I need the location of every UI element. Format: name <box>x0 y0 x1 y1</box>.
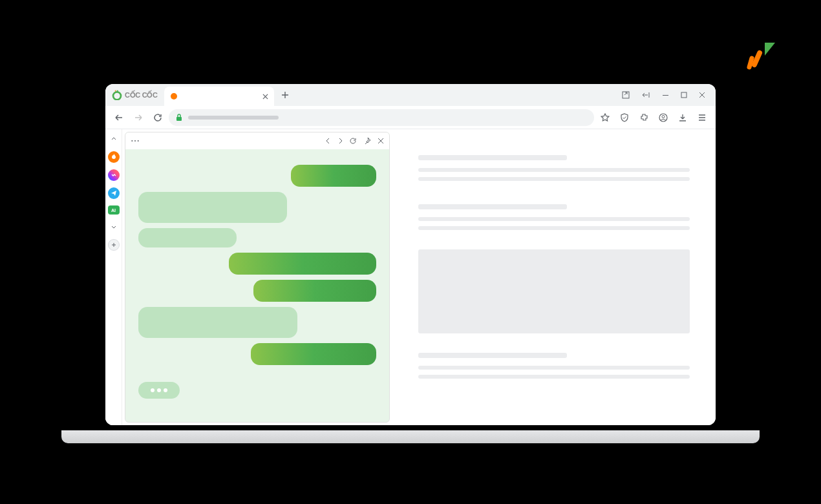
messenger-icon <box>111 172 117 178</box>
sidebar-item-messenger[interactable] <box>108 169 120 181</box>
window-close-button[interactable] <box>699 91 705 99</box>
chat-bubble-received <box>138 192 287 223</box>
open-external-button[interactable] <box>622 91 630 99</box>
chat-bubble-sent <box>291 165 376 187</box>
window-controls <box>622 91 712 99</box>
address-bar[interactable] <box>169 109 594 126</box>
nav-forward-button[interactable] <box>130 109 147 126</box>
downloads-icon <box>678 113 687 122</box>
content-placeholder <box>418 155 567 160</box>
coccoc-logo-icon <box>112 90 122 100</box>
sidebar-rail: AI <box>105 129 122 425</box>
content-image-placeholder <box>418 249 690 333</box>
profile-icon <box>659 113 668 122</box>
back-icon <box>114 113 123 122</box>
laptop-base <box>61 430 760 443</box>
svg-point-0 <box>113 92 121 100</box>
main-menu-button[interactable] <box>694 109 710 126</box>
tab-title-placeholder <box>182 96 257 98</box>
panel-nav-forward-button[interactable] <box>337 138 343 144</box>
content-placeholder <box>418 353 567 358</box>
external-window-icon <box>622 91 630 99</box>
side-panel: ⋯ <box>125 132 390 423</box>
maximize-button[interactable] <box>681 91 687 99</box>
content-placeholder <box>418 366 690 370</box>
downloads-button[interactable] <box>674 109 691 126</box>
content-placeholder <box>418 226 690 230</box>
browser-logo: CỐC CỐC <box>109 90 160 100</box>
decorative-spark <box>740 39 779 71</box>
new-tab-button[interactable] <box>278 88 292 102</box>
forward-icon <box>134 113 143 122</box>
star-icon <box>601 113 610 122</box>
close-icon <box>699 92 705 98</box>
nav-back-button[interactable] <box>111 109 127 126</box>
svg-point-5 <box>662 115 665 118</box>
chevron-up-icon <box>111 136 116 142</box>
chat-bubble-received <box>138 228 237 247</box>
reload-icon <box>153 113 162 122</box>
telegram-icon <box>111 190 117 196</box>
svg-rect-2 <box>681 92 687 98</box>
close-icon <box>378 138 384 144</box>
chevron-down-icon <box>111 224 116 229</box>
content-placeholder <box>418 204 567 209</box>
browser-tab-active[interactable] <box>164 87 274 106</box>
laptop-frame: CỐC CỐC <box>100 79 721 443</box>
browser-toolbar <box>105 106 716 129</box>
webpage-content <box>392 129 716 425</box>
sidebar-item-hot[interactable] <box>108 151 120 163</box>
panel-close-button[interactable] <box>378 138 384 144</box>
chat-thread <box>125 149 389 422</box>
restore-icon <box>641 92 650 98</box>
content-area: AI ⋯ <box>105 129 716 425</box>
shield-button[interactable] <box>616 109 633 126</box>
sidebar-collapse-button[interactable] <box>108 133 120 145</box>
browser-window: CỐC CỐC <box>105 84 716 425</box>
chat-bubble-received <box>138 307 297 338</box>
shield-icon <box>620 113 629 122</box>
chat-bubble-sent <box>229 253 376 275</box>
nav-reload-button[interactable] <box>149 109 166 126</box>
fire-icon <box>111 154 117 160</box>
sidebar-item-telegram[interactable] <box>108 187 120 199</box>
url-placeholder <box>188 116 279 120</box>
bookmark-button[interactable] <box>597 109 613 126</box>
chat-bubble-sent <box>253 280 376 302</box>
tab-close-button[interactable] <box>262 93 269 100</box>
reload-icon <box>349 137 357 145</box>
sidebar-expand-button[interactable] <box>108 221 120 233</box>
sidebar-add-button[interactable] <box>108 239 120 251</box>
ai-icon-label: AI <box>111 208 116 213</box>
panel-nav-back-button[interactable] <box>326 138 331 144</box>
restore-button[interactable] <box>641 91 650 99</box>
tab-favicon <box>171 93 177 100</box>
content-placeholder <box>418 375 690 379</box>
browser-logo-text: CỐC CỐC <box>125 91 158 100</box>
maximize-icon <box>681 92 687 98</box>
content-placeholder <box>418 168 690 172</box>
profile-button[interactable] <box>655 109 672 126</box>
chat-bubble-sent <box>251 343 376 365</box>
extensions-icon <box>639 113 648 122</box>
plus-icon <box>111 242 117 248</box>
panel-pin-button[interactable] <box>363 137 371 145</box>
menu-icon <box>698 113 707 122</box>
plus-icon <box>281 91 289 99</box>
pin-icon <box>363 137 371 145</box>
lock-icon <box>175 114 183 121</box>
svg-rect-3 <box>176 117 182 121</box>
chevron-right-icon <box>337 138 343 144</box>
side-panel-toolbar: ⋯ <box>125 132 389 149</box>
content-placeholder <box>418 177 690 181</box>
minimize-button[interactable] <box>662 91 669 99</box>
side-panel-menu-button[interactable]: ⋯ <box>131 136 140 146</box>
sidebar-item-ai[interactable]: AI <box>108 205 120 215</box>
minimize-icon <box>662 92 669 99</box>
content-placeholder <box>418 217 690 221</box>
extensions-button[interactable] <box>635 109 652 126</box>
typing-indicator <box>138 382 180 399</box>
panel-reload-button[interactable] <box>349 137 357 145</box>
title-bar: CỐC CỐC <box>105 84 716 106</box>
chevron-left-icon <box>326 138 331 144</box>
